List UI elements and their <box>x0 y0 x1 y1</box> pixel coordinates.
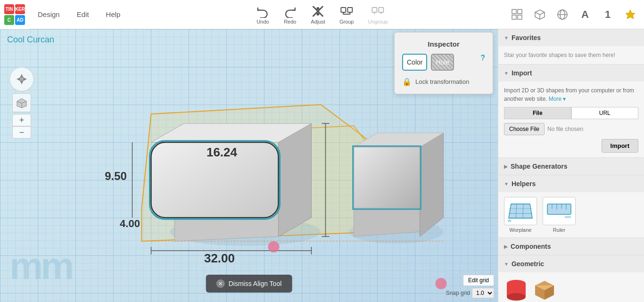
url-tab[interactable]: URL <box>571 107 639 119</box>
choose-file-button[interactable]: Choose File <box>504 123 545 135</box>
worplane-label: Worplane <box>510 227 532 233</box>
number-icon[interactable]: 1 <box>599 6 617 24</box>
svg-rect-7 <box>518 9 522 14</box>
dim-width: 32.00 <box>204 251 235 265</box>
geometric-header[interactable]: ▼ Geometric <box>498 255 644 272</box>
panel-collapse-toggle[interactable]: › <box>498 156 498 175</box>
svg-marker-13 <box>626 10 635 19</box>
lock-label: Lock transformation <box>415 78 469 85</box>
import-section: ▼ Import Import 2D or 3D shapes from you… <box>498 65 644 158</box>
redo-button[interactable]: Redo <box>283 5 297 24</box>
ruler-label: Ruler <box>553 227 565 233</box>
redo-label: Redo <box>284 19 296 24</box>
dismiss-align-tool[interactable]: ✕ Dismiss Align Tool <box>206 275 292 293</box>
edit-grid-button[interactable]: Edit grid <box>463 275 494 286</box>
dim-z: 4.00 <box>120 218 140 229</box>
logo-ker: KER <box>15 4 25 14</box>
undo-button[interactable]: Undo <box>256 5 269 24</box>
text-icon[interactable]: A <box>576 6 594 24</box>
components-section: ▶ Components <box>498 238 644 255</box>
geometric-title: Geometric <box>512 260 544 268</box>
adjust-label: Adjust <box>311 19 325 24</box>
svg-marker-43 <box>509 204 532 218</box>
geometric-section: ▼ Geometric <box>498 255 644 302</box>
worplane-helper[interactable]: W Worplane <box>504 197 537 233</box>
helpers-grid: W Worplane mm <box>504 197 638 233</box>
toolbar-center: Undo Redo Adjust Group <box>256 5 388 24</box>
nav-help[interactable]: Help <box>98 7 129 22</box>
nav-edit[interactable]: Edit <box>68 7 98 22</box>
right-panel: › ▼ Favorites Star your favorite shapes … <box>498 29 644 302</box>
helpers-header[interactable]: ▼ Helpers <box>498 175 644 192</box>
svg-point-41 <box>436 278 447 289</box>
inspector-buttons: Color Hole <box>402 54 454 71</box>
logo[interactable]: TIN KER C AD <box>0 0 29 29</box>
import-more-link[interactable]: More ▾ <box>549 96 566 102</box>
shape-generators-header[interactable]: ▶ Shape Generators <box>498 158 644 175</box>
helpers-title: Helpers <box>512 180 536 188</box>
shape-generators-title: Shape Generators <box>511 163 568 170</box>
logo-tin: TIN <box>4 4 14 14</box>
inspector-help[interactable]: ? <box>480 54 485 62</box>
svg-point-59 <box>507 293 526 301</box>
favorites-empty-text: Star your favorite shapes to save them h… <box>504 51 638 59</box>
svg-rect-31 <box>354 147 420 208</box>
ruler-helper[interactable]: mm Ruler <box>543 197 576 233</box>
nav-design[interactable]: Design <box>29 7 68 22</box>
ruler-thumb: mm <box>543 197 576 225</box>
toolbar-right: A 1 <box>508 6 644 24</box>
adjust-button[interactable]: Adjust <box>311 5 325 24</box>
svg-rect-3 <box>347 8 352 12</box>
geometric-arrow: ▼ <box>504 261 509 267</box>
svg-rect-4 <box>372 8 377 12</box>
logo-c: C <box>4 15 14 25</box>
topbar: TIN KER C AD Design Edit Help Undo Redo <box>0 0 644 29</box>
svg-rect-6 <box>512 9 516 14</box>
import-btn-row: Import <box>504 139 638 153</box>
components-title: Components <box>511 243 551 250</box>
snap-select[interactable]: 1.0 0.5 0.1 <box>472 288 494 298</box>
helpers-content: W Worplane mm <box>498 192 644 237</box>
3d-view-icon[interactable] <box>531 6 549 24</box>
lock-icon: 🔒 <box>402 77 412 86</box>
lock-row: 🔒 Lock transformation <box>402 77 485 86</box>
favorites-arrow: ▼ <box>504 35 509 41</box>
favorites-title: Favorites <box>512 34 541 41</box>
dismiss-label: Dismiss Align Tool <box>229 280 282 287</box>
shape-generators-section: ▶ Shape Generators <box>498 158 644 175</box>
import-arrow: ▼ <box>504 71 509 76</box>
svg-rect-8 <box>512 15 516 19</box>
svg-point-40 <box>268 241 280 253</box>
geo-shape-box[interactable] <box>532 277 557 302</box>
svg-rect-5 <box>379 8 384 12</box>
svg-rect-2 <box>341 8 346 12</box>
dismiss-x-icon: ✕ <box>216 279 225 288</box>
favorites-header[interactable]: ▼ Favorites <box>498 29 644 46</box>
components-arrow: ▶ <box>504 244 508 249</box>
favorites-content: Star your favorite shapes to save them h… <box>498 46 644 64</box>
grid-view-icon[interactable] <box>508 6 526 24</box>
file-tab[interactable]: File <box>504 107 571 119</box>
geometric-shapes-grid <box>504 277 638 302</box>
import-header[interactable]: ▼ Import <box>498 65 644 82</box>
import-description: Import 2D or 3D shapes from your compute… <box>504 86 638 103</box>
helpers-section: ▼ Helpers W <box>498 175 644 238</box>
ungroup-button[interactable]: Ungroup <box>368 5 388 24</box>
geo-shape-cylinder[interactable] <box>504 277 528 302</box>
star-icon[interactable] <box>621 6 639 24</box>
svg-text:mm: mm <box>565 215 571 219</box>
group-button[interactable]: Group <box>339 5 354 24</box>
svg-marker-29 <box>420 133 444 237</box>
import-title: Import <box>512 69 532 77</box>
components-header[interactable]: ▶ Components <box>498 238 644 255</box>
globe-icon[interactable] <box>553 6 571 24</box>
import-action-button[interactable]: Import <box>602 139 638 153</box>
no-file-text: No file chosen <box>547 126 583 132</box>
hole-button[interactable]: Hole <box>431 54 454 71</box>
geometric-content <box>498 272 644 302</box>
inspector-panel: Inspector Color Hole ? 🔒 Lock transforma… <box>394 32 493 94</box>
group-label: Group <box>339 19 354 24</box>
import-content: Import 2D or 3D shapes from your compute… <box>498 82 644 157</box>
color-button[interactable]: Color <box>402 54 427 71</box>
svg-rect-9 <box>518 15 522 19</box>
